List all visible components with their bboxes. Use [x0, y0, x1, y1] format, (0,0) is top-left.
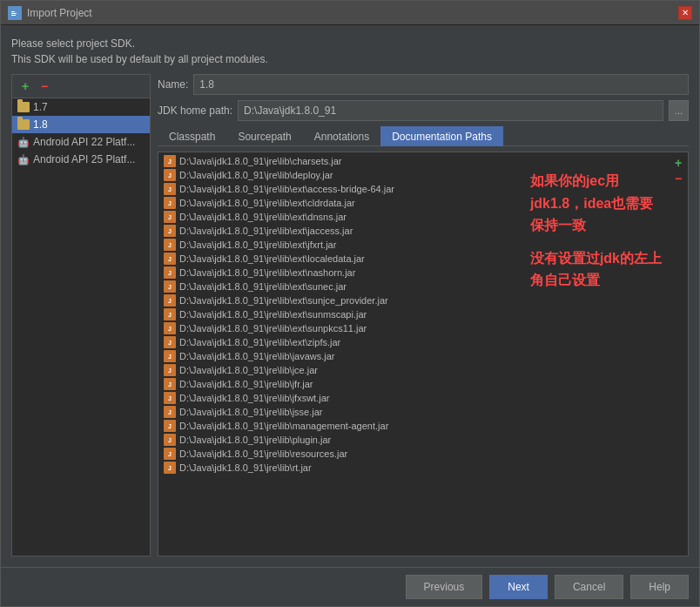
jar-path: D:\Java\jdk1.8.0_91\jre\lib\charsets.jar [179, 156, 341, 166]
jar-path: D:\Java\jdk1.8.0_91\jre\lib\ext\jaccess.… [179, 226, 353, 236]
jar-icon: J [164, 364, 176, 376]
sidebar-item-0[interactable]: 1.7 [12, 98, 150, 116]
jar-path: D:\Java\jdk1.8.0_91\jre\lib\ext\sunjce_p… [179, 295, 388, 306]
jar-icon: J [164, 308, 176, 320]
jar-icon: J [164, 253, 176, 265]
jar-item: J D:\Java\jdk1.8.0_91\jre\lib\jfxswt.jar [158, 391, 688, 405]
footer: Previous Next Cancel Help [1, 567, 699, 606]
jar-item: J D:\Java\jdk1.8.0_91\jre\lib\resources.… [158, 447, 688, 461]
jar-item: J D:\Java\jdk1.8.0_91\jre\lib\javaws.jar [158, 349, 688, 363]
window-icon [8, 6, 22, 20]
help-button[interactable]: Help [630, 575, 689, 599]
jar-item: J D:\Java\jdk1.8.0_91\jre\lib\jfr.jar [158, 377, 688, 391]
android-icon: 🤖 [17, 154, 30, 165]
jar-path: D:\Java\jdk1.8.0_91\jre\lib\jfr.jar [179, 379, 313, 389]
jar-path: D:\Java\jdk1.8.0_91\jre\lib\ext\dnsns.ja… [179, 212, 347, 222]
sidebar-item-1[interactable]: 1.8 [12, 116, 150, 133]
android-icon: 🤖 [17, 137, 30, 148]
jar-item: J D:\Java\jdk1.8.0_91\jre\lib\jsse.jar [158, 405, 688, 419]
jar-icon: J [164, 294, 176, 307]
add-sdk-button[interactable]: + [17, 78, 33, 94]
title-bar: Import Project ✕ [1, 1, 699, 25]
jar-path: D:\Java\jdk1.8.0_91\jre\lib\ext\sunpkcs1… [179, 323, 367, 334]
tab-1[interactable]: Sourcepath [226, 126, 302, 146]
description: Please select project SDK. This SDK will… [11, 36, 689, 67]
jar-path: D:\Java\jdk1.8.0_91\jre\lib\resources.ja… [179, 449, 347, 459]
svg-rect-4 [11, 15, 16, 16]
sidebar-item-2[interactable]: 🤖 Android API 22 Platf... [12, 133, 150, 151]
jar-icon: J [164, 183, 176, 195]
name-label: Name: [158, 78, 188, 91]
jar-item: J D:\Java\jdk1.8.0_91\jre\lib\ext\sunec.… [158, 280, 688, 293]
jar-item: J D:\Java\jdk1.8.0_91\jre\lib\charsets.j… [158, 154, 688, 168]
jar-icon: J [164, 239, 176, 251]
right-panel: Name: JDK home path: ... ClasspathSource… [158, 74, 689, 556]
jar-icon: J [164, 434, 176, 446]
jar-path: D:\Java\jdk1.8.0_91\jre\lib\plugin.jar [179, 435, 331, 445]
jar-path: D:\Java\jdk1.8.0_91\jre\lib\deploy.jar [179, 170, 333, 180]
jar-icon: J [164, 392, 176, 404]
tab-3[interactable]: Documentation Paths [380, 126, 503, 146]
jar-item: J D:\Java\jdk1.8.0_91\jre\lib\ext\jfxrt.… [158, 238, 688, 252]
name-input[interactable] [193, 74, 689, 95]
jar-path: D:\Java\jdk1.8.0_91\jre\lib\jce.jar [179, 365, 318, 375]
sidebar-item-label: Android API 22 Platf... [33, 136, 135, 148]
jar-item: J D:\Java\jdk1.8.0_91\jre\lib\ext\access… [158, 182, 688, 196]
jar-icon: J [164, 266, 176, 279]
svg-rect-1 [11, 8, 16, 10]
sidebar-item-3[interactable]: 🤖 Android API 25 Platf... [12, 151, 150, 168]
jar-path: D:\Java\jdk1.8.0_91\jre\lib\ext\sunec.ja… [179, 281, 347, 292]
add-jar-button[interactable]: + [671, 156, 685, 170]
jar-item: J D:\Java\jdk1.8.0_91\jre\lib\ext\cldrda… [158, 196, 688, 210]
jar-icon: J [164, 225, 176, 237]
sdk-list-sidebar: + − 1.7 1.8🤖 Android API 22 Platf...🤖 An… [11, 74, 151, 556]
sdk-items-list: 1.7 1.8🤖 Android API 22 Platf...🤖 Androi… [12, 98, 150, 168]
jar-icon: J [164, 336, 176, 348]
jar-item: J D:\Java\jdk1.8.0_91\jre\lib\ext\dnsns.… [158, 210, 688, 224]
cancel-button[interactable]: Cancel [555, 575, 623, 599]
jar-icon: J [164, 211, 176, 223]
next-button[interactable]: Next [489, 575, 548, 599]
close-button[interactable]: ✕ [678, 6, 692, 20]
main-window: Import Project ✕ Please select project S… [0, 0, 700, 607]
sidebar-toolbar: + − [12, 75, 150, 98]
jar-path: D:\Java\jdk1.8.0_91\jre\lib\rt.jar [179, 462, 312, 473]
jar-icon: J [164, 462, 176, 474]
jdk-path-input[interactable] [238, 100, 663, 121]
jar-path: D:\Java\jdk1.8.0_91\jre\lib\ext\cldrdata… [179, 198, 355, 208]
jar-icon: J [164, 448, 176, 460]
jar-icon: J [164, 322, 176, 334]
tab-0[interactable]: Classpath [158, 126, 226, 146]
tab-content: + − J D:\Java\jdk1.8.0_91\jre\lib\charse… [158, 152, 689, 556]
jar-item: J D:\Java\jdk1.8.0_91\jre\lib\ext\jacces… [158, 224, 688, 238]
jar-item: J D:\Java\jdk1.8.0_91\jre\lib\rt.jar [158, 461, 688, 475]
previous-button[interactable]: Previous [406, 575, 483, 599]
jar-path: D:\Java\jdk1.8.0_91\jre\lib\ext\sunmscap… [179, 309, 367, 320]
name-row: Name: [158, 74, 689, 95]
jdk-path-row: JDK home path: ... [158, 100, 689, 121]
jar-item: J D:\Java\jdk1.8.0_91\jre\lib\ext\locale… [158, 252, 688, 266]
jdk-label: JDK home path: [158, 105, 232, 117]
jar-file-list: J D:\Java\jdk1.8.0_91\jre\lib\charsets.j… [158, 152, 688, 476]
jar-icon: J [164, 280, 176, 293]
jar-item: J D:\Java\jdk1.8.0_91\jre\lib\management… [158, 419, 688, 433]
sidebar-item-label: Android API 25 Platf... [33, 153, 135, 165]
jar-item: J D:\Java\jdk1.8.0_91\jre\lib\ext\nashor… [158, 266, 688, 280]
tab-2[interactable]: Annotations [303, 126, 380, 146]
content-area: Please select project SDK. This SDK will… [1, 25, 699, 567]
folder-icon [17, 119, 30, 130]
sidebar-item-label: 1.8 [33, 118, 48, 131]
jar-item: J D:\Java\jdk1.8.0_91\jre\lib\deploy.jar [158, 168, 688, 182]
jar-path: D:\Java\jdk1.8.0_91\jre\lib\ext\zipfs.ja… [179, 337, 340, 347]
remove-sdk-button[interactable]: − [37, 78, 52, 94]
jar-path: D:\Java\jdk1.8.0_91\jre\lib\ext\nashorn.… [179, 267, 355, 278]
jar-icon: J [164, 155, 176, 167]
browse-button[interactable]: ... [669, 100, 689, 121]
jar-icon: J [164, 169, 176, 181]
jar-item: J D:\Java\jdk1.8.0_91\jre\lib\ext\sunjce… [158, 293, 688, 307]
jar-icon: J [164, 420, 176, 432]
remove-jar-button[interactable]: − [671, 172, 685, 185]
jar-item: J D:\Java\jdk1.8.0_91\jre\lib\plugin.jar [158, 433, 688, 447]
sidebar-item-label: 1.7 [33, 101, 48, 113]
jar-icon: J [164, 350, 176, 362]
